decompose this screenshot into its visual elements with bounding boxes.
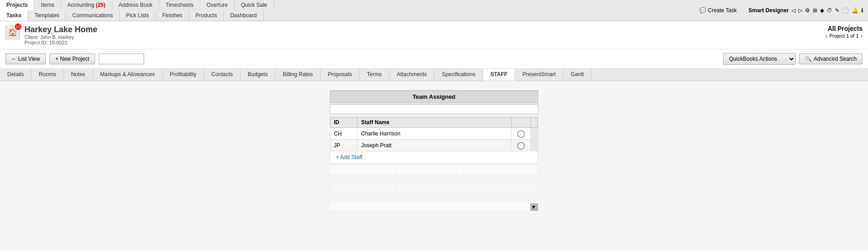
staff-id-cell: CH xyxy=(330,128,357,140)
col-header-id: ID xyxy=(330,117,357,128)
tab-staff[interactable]: STAFF xyxy=(483,69,515,81)
staff-remove-cell: ◯ xyxy=(511,140,531,151)
nav-item-timesheets[interactable]: Timesheets xyxy=(159,0,200,10)
bell-icon[interactable]: 🔔 xyxy=(852,7,858,14)
tab-billing-rates[interactable]: Billing Rates xyxy=(275,69,321,81)
quickbooks-dropdown[interactable]: QuickBooks Actions xyxy=(723,53,796,65)
nav-badge: (25) xyxy=(96,2,105,8)
nav-item-dashboard[interactable]: Dashboard xyxy=(224,10,264,21)
add-staff-row: + Add Staff xyxy=(330,151,538,164)
nav-item-accounting[interactable]: Accounting (25) xyxy=(61,0,112,10)
staff-row: JP Joseph Pratt ◯ xyxy=(330,140,538,151)
team-assigned-header: Team Assigned xyxy=(330,90,538,103)
nav-item-tasks[interactable]: Tasks xyxy=(0,10,28,21)
team-search-input[interactable] xyxy=(330,104,538,114)
tab-terms[interactable]: Terms xyxy=(360,69,390,81)
scroll-down-button[interactable]: ▼ xyxy=(530,203,538,211)
info-icon[interactable]: ℹ xyxy=(861,7,863,14)
nav-item-templates[interactable]: Templates xyxy=(28,10,66,21)
add-staff-button[interactable]: + Add Staff xyxy=(332,152,366,162)
nav-item-finishes[interactable]: Finishes xyxy=(156,10,189,21)
tab-rooms[interactable]: Rooms xyxy=(32,69,64,81)
project-icon: 🏠 15 xyxy=(5,25,20,39)
staff-id-cell: JP xyxy=(330,140,357,151)
project-counter: Project 1 of 1 xyxy=(829,33,859,39)
create-task-label: Create Task xyxy=(708,7,737,14)
edit-icon[interactable]: ✎ xyxy=(835,7,839,14)
col-header-staffname: Staff Name xyxy=(357,117,511,128)
empty-row xyxy=(330,184,538,193)
settings-icon[interactable]: ⚙ xyxy=(805,7,810,14)
project-client: Client: John B. Harkey xyxy=(24,34,97,40)
task-icon: 💬 xyxy=(699,7,706,14)
tab-budgets[interactable]: Budgets xyxy=(241,69,275,81)
nav-item-items[interactable]: Items xyxy=(34,0,61,10)
scroll-cell xyxy=(531,128,538,140)
grid-icon[interactable]: ⊞ xyxy=(813,7,817,14)
tab-details[interactable]: Details xyxy=(0,69,32,81)
staff-name-cell: Charlie Harrison xyxy=(357,128,511,140)
project-badge: 15 xyxy=(15,24,21,30)
empty-row xyxy=(330,175,538,184)
nav-item-address-book[interactable]: Address Book xyxy=(112,0,159,10)
tab-bar: DetailsRoomsNotesMarkups & AllowancesPro… xyxy=(0,69,868,81)
project-nav: ‹ Project 1 of 1 › xyxy=(825,32,863,39)
nav-item-communications[interactable]: Communications xyxy=(66,10,120,21)
next-project-button[interactable]: › xyxy=(860,32,863,39)
all-projects-label: All Projects xyxy=(825,25,863,32)
project-right: All Projects ‹ Project 1 of 1 › xyxy=(825,25,863,39)
project-name: Harkey Lake Home xyxy=(24,25,97,34)
staff-table: ID Staff Name CH Charlie Harrison ◯ JP J… xyxy=(330,117,538,151)
diamond-icon[interactable]: ◆ xyxy=(820,7,824,14)
project-id: Project ID: 19-0022 xyxy=(24,40,97,45)
empty-row xyxy=(330,166,538,175)
tab-notes[interactable]: Notes xyxy=(64,69,93,81)
tab-gantt[interactable]: Gantt xyxy=(564,69,592,81)
clock-icon[interactable]: ⏱ xyxy=(827,7,832,14)
col-header-action xyxy=(511,117,531,128)
staff-panel: Team Assigned ID Staff Name CH Charlie H… xyxy=(330,90,538,211)
staff-table-wrapper: ID Staff Name CH Charlie Harrison ◯ JP J… xyxy=(330,117,538,151)
search-input[interactable] xyxy=(99,53,144,64)
nav-item-quick-sale[interactable]: Quick Sale xyxy=(235,0,274,10)
scroll-cell xyxy=(531,140,538,151)
empty-row xyxy=(330,193,538,202)
staff-remove-cell: ◯ xyxy=(511,128,531,140)
create-task-button[interactable]: 💬 Create Task xyxy=(699,7,737,14)
tab-attachments[interactable]: Attachments xyxy=(390,69,435,81)
advanced-search-button[interactable]: 🔍 Advanced Search xyxy=(799,53,863,64)
smart-designer-label[interactable]: Smart Designer xyxy=(748,7,789,14)
col-header-scroll xyxy=(531,117,538,128)
search-icon: 🔍 xyxy=(805,56,812,62)
nav-item-overture[interactable]: Overture xyxy=(200,0,235,10)
prev-project-button[interactable]: ‹ xyxy=(825,32,828,39)
timer-icon[interactable]: 🕐 xyxy=(842,7,849,14)
remove-staff-button[interactable]: ◯ xyxy=(515,129,527,138)
staff-name-cell: Joseph Pratt xyxy=(357,140,511,151)
project-header: 🏠 15 Harkey Lake Home Client: John B. Ha… xyxy=(0,21,868,49)
new-project-button[interactable]: + New Project xyxy=(49,53,95,64)
tab-proposals[interactable]: Proposals xyxy=(321,69,360,81)
tab-contacts[interactable]: Contacts xyxy=(204,69,240,81)
nav-item-pick-lists[interactable]: Pick Lists xyxy=(120,10,156,21)
nav-left-icon[interactable]: ◁ xyxy=(791,7,796,14)
empty-row: ▼ xyxy=(330,202,538,211)
toolbar: ← List View + New Project QuickBooks Act… xyxy=(0,49,868,69)
tab-specifications[interactable]: Specifications xyxy=(434,69,483,81)
remove-staff-button[interactable]: ◯ xyxy=(515,141,527,150)
tab-markups-and-allowances[interactable]: Markups & Allowances xyxy=(93,69,163,81)
empty-rows-table: ▼ xyxy=(330,165,538,211)
tab-profitability[interactable]: Profitability xyxy=(163,69,204,81)
nav-item-projects[interactable]: Projects xyxy=(0,0,34,10)
nav-right-icon[interactable]: ▷ xyxy=(798,7,802,14)
staff-row: CH Charlie Harrison ◯ xyxy=(330,128,538,140)
project-info: Harkey Lake Home Client: John B. Harkey … xyxy=(24,25,97,45)
advanced-search-label: Advanced Search xyxy=(814,56,857,62)
tab-presentsmart[interactable]: PresentSmart xyxy=(515,69,563,81)
main-content: Team Assigned ID Staff Name CH Charlie H… xyxy=(0,81,868,251)
list-view-button[interactable]: ← List View xyxy=(5,53,46,64)
nav-item-products[interactable]: Products xyxy=(189,10,224,21)
